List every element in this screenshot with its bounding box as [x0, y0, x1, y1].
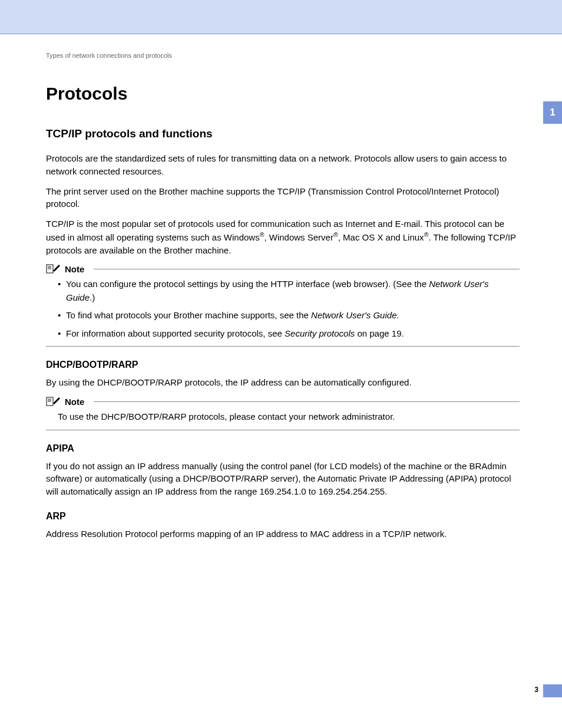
text: For information about supported security…	[66, 328, 285, 338]
note-block: Note To use the DHCP/BOOTP/RARP protocol…	[46, 396, 520, 430]
reference-link[interactable]: Network User's Guide.	[311, 310, 399, 320]
paragraph: The print server used on the Brother mac…	[46, 185, 520, 211]
text: , Mac OS X and Linux	[338, 232, 424, 242]
page-title: Protocols	[46, 84, 520, 104]
text: on page 19.	[355, 328, 404, 338]
list-item: You can configure the protocol settings …	[58, 278, 520, 304]
section-heading-tcpip: TCP/IP protocols and functions	[46, 127, 520, 140]
paragraph: Protocols are the standardized sets of r…	[46, 152, 520, 178]
list-item: To find what protocols your Brother mach…	[58, 309, 520, 322]
text: To find what protocols your Brother mach…	[66, 310, 311, 320]
text: , Windows Server	[264, 232, 333, 242]
note-icon	[46, 263, 61, 274]
note-body: To use the DHCP/BOOTP/RARP protocols, pl…	[46, 410, 520, 424]
page-content: Types of network connections and protoco…	[0, 34, 562, 541]
header-band	[0, 0, 562, 34]
chapter-tab: 1	[543, 101, 562, 124]
note-icon	[46, 396, 61, 407]
note-bottom-rule	[46, 346, 520, 347]
note-header: Note	[46, 396, 520, 407]
reference-link[interactable]: Security protocols	[285, 328, 355, 338]
note-label: Note	[65, 397, 84, 407]
text: You can configure the protocol settings …	[66, 279, 429, 289]
note-header: Note	[46, 263, 520, 274]
subsection-heading-apipa: APIPA	[46, 443, 520, 454]
paragraph: Address Resolution Protocol performs map…	[46, 528, 520, 541]
note-rule	[94, 401, 520, 402]
list-item: For information about supported security…	[58, 327, 520, 341]
page-number: 3	[534, 686, 538, 694]
breadcrumb: Types of network connections and protoco…	[46, 52, 520, 59]
page-number-tab	[543, 684, 562, 697]
note-rule	[94, 269, 520, 269]
note-label: Note	[65, 264, 84, 274]
note-bottom-rule	[46, 430, 520, 430]
paragraph: TCP/IP is the most popular set of protoc…	[46, 218, 520, 256]
registered-symbol: ®	[333, 231, 338, 238]
paragraph: By using the DHCP/BOOTP/RARP protocols, …	[46, 376, 520, 389]
subsection-heading-dhcp: DHCP/BOOTP/RARP	[46, 360, 520, 370]
note-body: You can configure the protocol settings …	[46, 278, 520, 340]
text: .)	[90, 292, 95, 302]
note-block: Note You can configure the protocol sett…	[46, 263, 520, 347]
paragraph: If you do not assign an IP address manua…	[46, 460, 520, 498]
note-text: To use the DHCP/BOOTP/RARP protocols, pl…	[58, 410, 520, 424]
subsection-heading-arp: ARP	[46, 511, 520, 522]
